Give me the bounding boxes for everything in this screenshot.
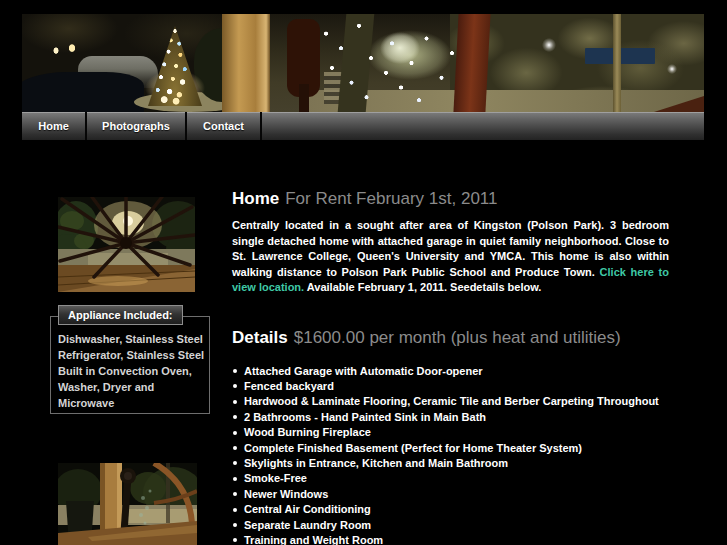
feature-list: Attached Garage with Automatic Door-open… (232, 364, 669, 545)
intro-text-after-link: Available February 1, 2011. Seedetails b… (304, 281, 541, 293)
main-navigation: Home Photographs Contact (22, 112, 704, 140)
intro-subtitle: For Rent February 1st, 2011 (285, 189, 497, 208)
appliance-included-label: Appliance Included: (58, 305, 183, 325)
details-title: Details (232, 328, 288, 347)
sidebar-photo-wagon-wheel (58, 197, 195, 292)
details-heading: Details$1600.00 per month (plus heat and… (232, 329, 669, 347)
main-content: HomeFor Rent February 1st, 2011 Centrall… (232, 190, 669, 545)
feature-item: Training and Weight Room (232, 533, 669, 545)
feature-item: Attached Garage with Automatic Door-open… (232, 364, 669, 379)
appliance-list-text: Dishwasher, Stainless Steel Refrigerator… (58, 331, 206, 411)
header-paddle-handle (299, 84, 309, 112)
nav-filler (262, 112, 704, 140)
nav-tab-contact[interactable]: Contact (187, 112, 262, 140)
feature-item: Smoke-Free (232, 471, 669, 486)
nav-tab-home[interactable]: Home (22, 112, 87, 140)
feature-item: Complete Finished Basement (Perfect for … (232, 441, 669, 456)
header-string-lights (314, 14, 464, 112)
intro-paragraph: Centrally located in a sought after area… (232, 218, 669, 296)
header-red-frame-post (453, 14, 490, 112)
header-wood-post (222, 14, 270, 112)
feature-item: 2 Bathrooms - Hand Painted Sink in Main … (232, 410, 669, 425)
feature-item: Newer Windows (232, 487, 669, 502)
nav-tab-photographs[interactable]: Photographs (87, 112, 187, 140)
feature-item: Hardwood & Laminate Flooring, Ceramic Ti… (232, 394, 669, 409)
feature-item: Separate Laundry Room (232, 518, 669, 533)
header-dark-bush (22, 72, 144, 112)
header-sign-pole (613, 14, 621, 112)
page: Home Photographs Contact (0, 0, 727, 545)
header-street-lamp-1 (542, 38, 556, 52)
intro-title: Home (232, 189, 279, 208)
intro-heading: HomeFor Rent February 1st, 2011 (232, 190, 669, 208)
feature-item: Fenced backyard (232, 379, 669, 394)
sidebar-photo-window-view (58, 463, 197, 545)
feature-item: Wood Burning Fireplace (232, 425, 669, 440)
feature-item: Central Air Conditioning (232, 502, 669, 517)
details-price: $1600.00 per month (plus heat and utilit… (294, 328, 621, 347)
header-street-lamp-2 (667, 64, 677, 74)
feature-item: Skylights in Entrance, Kitchen and Main … (232, 456, 669, 471)
header-photo (22, 14, 704, 112)
